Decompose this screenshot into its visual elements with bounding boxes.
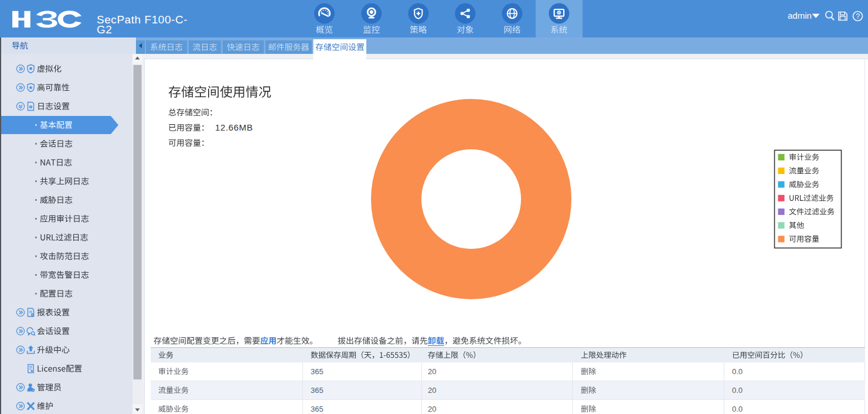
svg-text:20: 20 bbox=[428, 386, 436, 395]
svg-text:0.0: 0.0 bbox=[732, 405, 743, 413]
svg-text:12.66MB: 12.66MB bbox=[215, 122, 253, 132]
svg-text:G2: G2 bbox=[97, 23, 112, 36]
svg-text:365: 365 bbox=[311, 405, 324, 413]
svg-text:365: 365 bbox=[311, 386, 324, 395]
svg-text:admin: admin bbox=[788, 11, 812, 20]
svg-text:365: 365 bbox=[311, 367, 324, 376]
svg-text:20: 20 bbox=[428, 367, 436, 376]
svg-text:0.0: 0.0 bbox=[732, 386, 743, 395]
svg-text:20: 20 bbox=[428, 405, 436, 413]
svg-text:0.0: 0.0 bbox=[732, 367, 743, 376]
svg-text:?: ? bbox=[856, 12, 860, 20]
